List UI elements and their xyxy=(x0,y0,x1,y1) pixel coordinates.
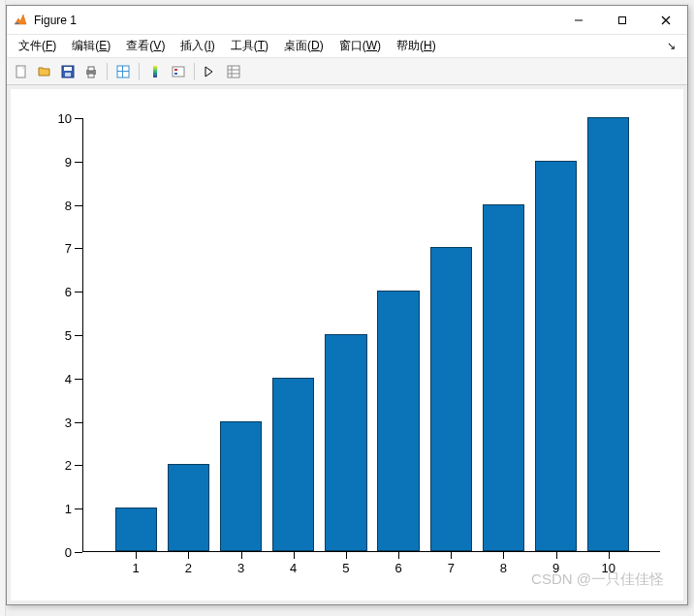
svg-rect-19 xyxy=(228,66,239,77)
x-tick xyxy=(556,551,557,559)
menu-item[interactable]: 工具(T) xyxy=(225,36,274,56)
y-tick xyxy=(75,379,82,380)
x-tick-label: 9 xyxy=(552,561,559,575)
x-tick-label: 7 xyxy=(448,561,455,575)
app-left-strip xyxy=(0,0,6,616)
y-tick-label: 7 xyxy=(65,241,72,256)
svg-rect-2 xyxy=(618,16,625,23)
x-tick-label: 6 xyxy=(394,561,401,575)
menu-item[interactable]: 查看(V) xyxy=(120,36,171,56)
bar[interactable] xyxy=(272,378,314,551)
insert-colorbar-button[interactable] xyxy=(144,61,166,82)
toolbar-separator xyxy=(194,63,195,80)
bar[interactable] xyxy=(325,334,366,551)
y-tick xyxy=(75,508,82,509)
bar[interactable] xyxy=(377,291,419,551)
x-tick-label: 3 xyxy=(237,561,244,575)
y-tick-label: 6 xyxy=(65,285,72,299)
print-button[interactable] xyxy=(80,61,102,82)
x-tick-label: 4 xyxy=(290,561,297,575)
y-tick-label: 2 xyxy=(65,458,72,473)
close-button[interactable] xyxy=(644,6,687,34)
x-tick xyxy=(188,551,189,559)
y-tick xyxy=(75,118,82,119)
menu-item[interactable]: 桌面(D) xyxy=(278,36,330,56)
y-tick-label: 4 xyxy=(65,371,72,385)
y-tick-label: 9 xyxy=(65,154,72,169)
bar[interactable] xyxy=(220,421,262,551)
y-tick xyxy=(75,292,82,293)
x-tick xyxy=(398,551,399,559)
bar[interactable] xyxy=(430,247,472,551)
menu-item[interactable]: 窗口(W) xyxy=(333,36,387,56)
x-tick xyxy=(241,551,242,559)
y-tick-label: 0 xyxy=(65,545,72,560)
y-tick xyxy=(75,162,82,163)
menu-item[interactable]: 文件(F) xyxy=(13,36,62,56)
titlebar: Figure 1 xyxy=(7,6,687,35)
x-tick-label: 8 xyxy=(500,561,507,575)
minimize-button[interactable] xyxy=(556,6,600,34)
x-tick-label: 2 xyxy=(185,561,192,575)
plot-area: 01234567891012345678910 CSDN @一只佳佳怪 xyxy=(7,85,687,604)
bar[interactable] xyxy=(587,117,629,551)
y-tick-label: 5 xyxy=(65,328,72,343)
x-tick xyxy=(136,551,137,559)
toolbar-separator xyxy=(107,63,108,80)
x-tick xyxy=(451,551,452,559)
save-button[interactable] xyxy=(57,61,79,82)
y-tick xyxy=(75,248,82,249)
svg-rect-8 xyxy=(65,73,71,77)
plot-canvas[interactable]: 01234567891012345678910 CSDN @一只佳佳怪 xyxy=(11,89,683,601)
new-figure-button[interactable] xyxy=(11,61,32,82)
x-tick xyxy=(346,551,347,559)
matlab-app-icon xyxy=(13,13,28,28)
menu-item[interactable]: 插入(I) xyxy=(174,36,220,56)
svg-rect-10 xyxy=(88,67,94,71)
x-tick xyxy=(503,551,504,559)
window-title: Figure 1 xyxy=(34,14,77,27)
x-tick-label: 1 xyxy=(133,561,140,575)
open-button[interactable] xyxy=(34,61,55,82)
y-tick-label: 1 xyxy=(65,502,72,516)
link-data-button[interactable] xyxy=(112,61,134,82)
bar[interactable] xyxy=(115,508,157,551)
svg-rect-7 xyxy=(64,67,72,71)
menubar-overflow-icon[interactable]: ↘ xyxy=(667,40,681,52)
y-tick-label: 10 xyxy=(58,111,72,126)
x-tick-label: 10 xyxy=(602,561,615,575)
svg-rect-16 xyxy=(173,67,184,77)
x-tick xyxy=(294,551,295,559)
axes: 01234567891012345678910 xyxy=(82,118,660,552)
menu-item[interactable]: 编辑(E) xyxy=(66,36,116,56)
x-tick xyxy=(609,551,610,559)
watermark: CSDN @一只佳佳怪 xyxy=(531,570,664,589)
bar[interactable] xyxy=(168,464,209,551)
y-tick xyxy=(75,465,82,466)
bar[interactable] xyxy=(535,161,577,551)
y-tick-label: 8 xyxy=(65,198,72,212)
svg-rect-11 xyxy=(88,74,94,77)
x-tick-label: 5 xyxy=(342,561,349,575)
toolbar-separator xyxy=(139,63,140,80)
y-tick xyxy=(75,335,82,336)
svg-rect-0 xyxy=(13,13,28,28)
bar[interactable] xyxy=(483,204,524,551)
maximize-button[interactable] xyxy=(600,6,644,34)
edit-plot-button[interactable] xyxy=(200,61,221,82)
y-tick xyxy=(75,422,82,423)
svg-rect-14 xyxy=(117,71,129,72)
svg-rect-15 xyxy=(153,66,157,77)
figure-window: Figure 1 文件(F)编辑(E)查看(V)插入(I)工具(T)桌面(D)窗… xyxy=(6,5,688,605)
y-tick xyxy=(75,552,82,553)
open-property-inspector-button[interactable] xyxy=(223,61,244,82)
menubar: 文件(F)编辑(E)查看(V)插入(I)工具(T)桌面(D)窗口(W)帮助(H)… xyxy=(7,35,687,58)
y-tick-label: 3 xyxy=(65,415,72,429)
menu-item[interactable]: 帮助(H) xyxy=(391,36,442,56)
y-tick xyxy=(75,205,82,206)
toolbar xyxy=(7,58,687,85)
insert-legend-button[interactable] xyxy=(168,61,189,82)
